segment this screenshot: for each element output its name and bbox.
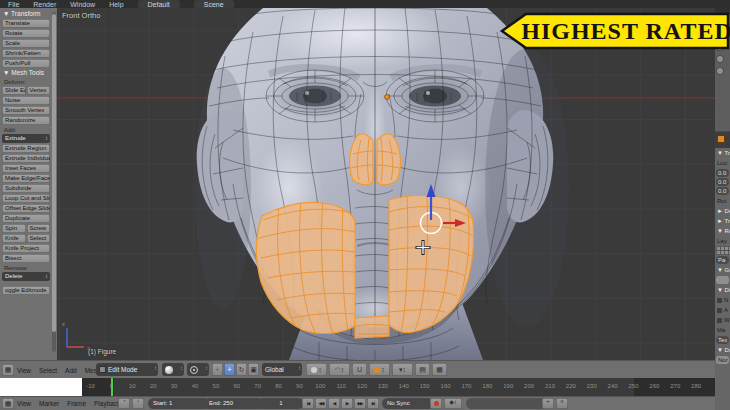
preview-range-button[interactable]: ◔ <box>118 398 130 409</box>
render-view-button[interactable]: ▦ <box>432 363 447 376</box>
props-fragment-a[interactable]: A <box>715 305 730 315</box>
tool-button-extrude-individual[interactable]: Extrude Individual <box>2 154 50 163</box>
tool-button-select[interactable]: Select <box>27 234 51 243</box>
tool-button-push-pull[interactable]: Push/Pull <box>2 59 50 68</box>
props-fragment-re[interactable]: ▼ Re <box>715 226 730 236</box>
timeline-menu-view[interactable]: View <box>17 400 31 407</box>
object-tab-icon[interactable] <box>717 135 725 143</box>
panel-header-mesh-tools[interactable]: ▼ Mesh Tools <box>0 69 57 77</box>
falloff-dropdown[interactable]: ◠↕ <box>329 363 350 376</box>
tool-button-inset-faces[interactable]: Inset Faces <box>2 164 50 173</box>
tool-button-extrude-region[interactable]: Extrude Region <box>2 144 50 153</box>
tool-button-randomize[interactable]: Randomize <box>2 116 50 125</box>
delete-keyframe-button[interactable]: x <box>556 398 568 409</box>
scale-manipulator-button[interactable]: ▣ <box>248 363 259 376</box>
layer-cell[interactable] <box>721 247 724 250</box>
timeline-ruler[interactable]: -50-40-30-20-100102030405060708090100110… <box>0 378 715 396</box>
panel-header-transform[interactable]: ▼ Transform <box>0 10 57 18</box>
timeline-menu-frame[interactable]: Frame <box>67 400 86 407</box>
jump-to-start-button[interactable]: |◀ <box>302 398 314 409</box>
props-fragment-tr[interactable]: ▼ Tr <box>715 148 730 158</box>
tool-button-rotate[interactable]: Rotate <box>2 29 50 38</box>
layer-cell[interactable] <box>721 251 724 254</box>
props-fragment-0-0[interactable]: 0.0 <box>716 187 729 195</box>
visibility-toggle-icon[interactable] <box>717 68 723 74</box>
layers-grid[interactable] <box>715 246 730 255</box>
tool-button-spin[interactable]: Spin <box>2 224 26 233</box>
keying-set-icon-button[interactable]: ◆↕ <box>444 398 462 409</box>
tool-button-knife-project[interactable]: Knife Project <box>2 244 50 253</box>
current-frame-playhead[interactable] <box>111 378 113 396</box>
record-button[interactable] <box>430 398 442 409</box>
start-frame-field[interactable]: Start: 1 <box>148 398 210 409</box>
play-button[interactable]: ▶ <box>341 398 353 409</box>
tool-dropdown-extrude[interactable]: Extrude <box>2 134 50 143</box>
sync-dropdown[interactable]: No Sync <box>382 398 434 409</box>
tool-button-make-edge-face[interactable]: Make Edge/Face <box>2 174 50 183</box>
props-fragment-de[interactable]: ► De <box>715 206 730 216</box>
tool-dropdown-delete[interactable]: Delete <box>2 272 50 281</box>
tool-button-duplicate[interactable]: Duplicate <box>2 214 50 223</box>
tool-button-smooth-vertex[interactable]: Smooth Vertex <box>2 106 50 115</box>
props-fragment-tr[interactable]: ► Tr <box>715 216 730 226</box>
jump-to-end-button[interactable]: ▶| <box>367 398 379 409</box>
snap-element-dropdown[interactable]: ↕ <box>369 363 390 376</box>
props-fragment-blank[interactable] <box>716 276 729 284</box>
render-ortho-button[interactable]: ▤ <box>415 363 430 376</box>
props-fragment-gr[interactable]: ▼ Gr <box>715 265 730 275</box>
props-fragment-pa[interactable]: Pa <box>716 256 729 264</box>
layer-cell[interactable] <box>725 251 728 254</box>
proportional-edit-button[interactable]: ↕ <box>306 363 327 376</box>
tool-button-shrink-fatten[interactable]: Shrink/Fatten <box>2 49 50 58</box>
timeline-editor-icon[interactable]: ▦ <box>2 398 14 409</box>
tool-button-oggle-editmode[interactable]: oggle Editmode <box>2 286 50 295</box>
top-menu-help[interactable]: Help <box>109 0 123 8</box>
tool-shelf-scrollbar[interactable] <box>52 12 56 352</box>
play-reverse-button[interactable]: ◀ <box>328 398 340 409</box>
rotate-manipulator-button[interactable]: ↻ <box>236 363 247 376</box>
tool-button-offset-edge-slide[interactable]: Offset Edge Slide <box>2 204 50 213</box>
snap-target-dropdown[interactable]: ▾↕ <box>392 363 413 376</box>
visibility-toggle-icon[interactable] <box>717 56 723 62</box>
props-fragment-nor[interactable]: Nor <box>716 356 729 364</box>
props-fragment-0-0[interactable]: 0.0 <box>716 178 729 186</box>
scene-dropdown[interactable]: Scene <box>194 0 234 8</box>
end-frame-field[interactable]: End: 250 <box>204 398 264 409</box>
insert-keyframe-button[interactable]: + <box>542 398 554 409</box>
viewport-menu-view[interactable]: View <box>17 367 31 374</box>
props-fragment-da[interactable]: ▼ Da <box>715 345 730 355</box>
mode-dropdown[interactable]: Edit Mode <box>96 363 158 376</box>
tool-button-knife[interactable]: Knife <box>2 234 26 243</box>
props-fragment-tex[interactable]: Tex <box>716 336 729 344</box>
tool-button-bisect[interactable]: Bisect <box>2 254 50 263</box>
tool-button-loop-cut-and-slide[interactable]: Loop Cut and Slide <box>2 194 50 203</box>
top-menu-file[interactable]: File <box>8 0 19 8</box>
props-fragment-0-0[interactable]: 0.0 <box>716 169 729 177</box>
props-fragment-di[interactable]: ▼ Di <box>715 285 730 295</box>
snap-magnet-button[interactable]: U <box>352 363 367 376</box>
tool-button-slide-ed[interactable]: Slide Ed <box>2 86 26 95</box>
viewport-menu-select[interactable]: Select <box>39 367 57 374</box>
viewport-shading-dropdown[interactable] <box>162 363 184 376</box>
props-fragment-w[interactable]: W <box>715 315 730 325</box>
viewport-menu-add[interactable]: Add <box>65 367 77 374</box>
tool-button-scale[interactable]: Scale <box>2 39 50 48</box>
viewport-canvas[interactable]: z x <box>57 8 715 360</box>
viewport-3d[interactable]: z x Front Ortho (1) Figure <box>57 8 715 360</box>
frame-lock-button[interactable]: ▫ <box>132 398 144 409</box>
tool-button-vertex[interactable]: Vertex <box>27 86 51 95</box>
props-fragment-n[interactable]: N <box>715 295 730 305</box>
tool-button-noise[interactable]: Noise <box>2 96 50 105</box>
editor-type-icon[interactable]: ▦ <box>2 364 14 376</box>
pivot-point-dropdown[interactable] <box>187 363 209 376</box>
top-menu-window[interactable]: Window <box>70 0 95 8</box>
current-frame-field[interactable]: 1 <box>258 398 304 409</box>
jump-to-prev-keyframe-button[interactable]: ◀◀ <box>315 398 327 409</box>
translate-manipulator-button[interactable]: + <box>224 363 235 376</box>
layer-cell[interactable] <box>717 247 720 250</box>
tool-button-subdivide[interactable]: Subdivide <box>2 184 50 193</box>
keying-set-field[interactable] <box>466 398 548 409</box>
layer-cell[interactable] <box>717 251 720 254</box>
jump-to-next-keyframe-button[interactable]: ▶▶ <box>354 398 366 409</box>
manipulator-toggle-button[interactable]: + <box>212 363 223 376</box>
